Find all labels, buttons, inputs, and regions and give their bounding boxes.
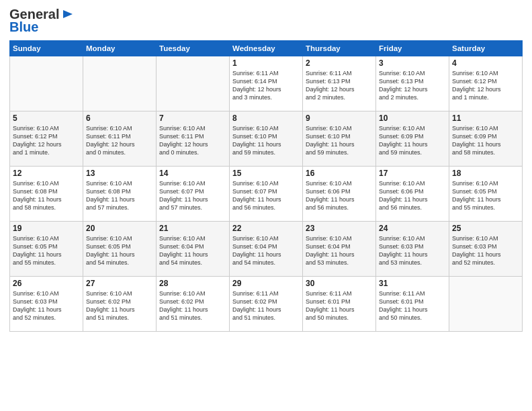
day-info: Sunrise: 6:10 AM Sunset: 6:09 PM Dayligh… — [379, 124, 446, 157]
weekday-header-wednesday: Wednesday — [230, 41, 303, 56]
week-row-3: 12Sunrise: 6:10 AM Sunset: 6:08 PM Dayli… — [10, 167, 523, 222]
day-info: Sunrise: 6:10 AM Sunset: 6:07 PM Dayligh… — [232, 179, 300, 212]
day-cell: 9Sunrise: 6:10 AM Sunset: 6:10 PM Daylig… — [303, 111, 376, 167]
day-info: Sunrise: 6:11 AM Sunset: 6:01 PM Dayligh… — [306, 289, 373, 322]
day-cell: 29Sunrise: 6:11 AM Sunset: 6:02 PM Dayli… — [230, 277, 303, 332]
day-cell: 14Sunrise: 6:10 AM Sunset: 6:07 PM Dayli… — [157, 167, 230, 222]
weekday-header-monday: Monday — [83, 41, 157, 56]
day-cell: 10Sunrise: 6:10 AM Sunset: 6:09 PM Dayli… — [376, 111, 449, 167]
day-info: Sunrise: 6:10 AM Sunset: 6:08 PM Dayligh… — [86, 179, 153, 212]
day-cell: 28Sunrise: 6:10 AM Sunset: 6:02 PM Dayli… — [157, 277, 230, 332]
day-number: 22 — [232, 224, 300, 233]
weekday-header-thursday: Thursday — [303, 41, 376, 56]
header: General Blue — [9, 7, 523, 35]
logo-blue-text: Blue — [9, 19, 38, 35]
week-row-4: 19Sunrise: 6:10 AM Sunset: 6:05 PM Dayli… — [10, 222, 523, 277]
logo-flag-icon — [60, 7, 75, 22]
day-number: 11 — [452, 113, 519, 123]
day-info: Sunrise: 6:10 AM Sunset: 6:05 PM Dayligh… — [86, 234, 153, 267]
day-number: 26 — [13, 279, 80, 288]
day-number: 30 — [306, 279, 373, 288]
day-cell: 17Sunrise: 6:10 AM Sunset: 6:06 PM Dayli… — [376, 167, 449, 222]
day-cell: 12Sunrise: 6:10 AM Sunset: 6:08 PM Dayli… — [10, 167, 83, 222]
day-number: 29 — [232, 279, 300, 288]
day-cell: 6Sunrise: 6:10 AM Sunset: 6:11 PM Daylig… — [83, 111, 157, 167]
day-number: 17 — [379, 169, 446, 178]
day-number: 3 — [379, 58, 446, 68]
day-info: Sunrise: 6:10 AM Sunset: 6:03 PM Dayligh… — [452, 234, 519, 267]
day-number: 21 — [159, 224, 226, 233]
day-number: 27 — [86, 279, 153, 288]
day-info: Sunrise: 6:10 AM Sunset: 6:02 PM Dayligh… — [86, 289, 153, 322]
day-cell: 16Sunrise: 6:10 AM Sunset: 6:06 PM Dayli… — [303, 167, 376, 222]
day-number: 7 — [159, 113, 226, 123]
logo: General Blue — [9, 7, 75, 35]
day-info: Sunrise: 6:10 AM Sunset: 6:03 PM Dayligh… — [13, 289, 80, 322]
day-info: Sunrise: 6:11 AM Sunset: 6:14 PM Dayligh… — [232, 69, 300, 102]
day-number: 18 — [452, 169, 519, 178]
day-cell: 5Sunrise: 6:10 AM Sunset: 6:12 PM Daylig… — [10, 111, 83, 167]
day-cell: 21Sunrise: 6:10 AM Sunset: 6:04 PM Dayli… — [157, 222, 230, 277]
day-info: Sunrise: 6:10 AM Sunset: 6:05 PM Dayligh… — [13, 234, 80, 267]
day-info: Sunrise: 6:10 AM Sunset: 6:04 PM Dayligh… — [159, 234, 226, 267]
day-cell: 1Sunrise: 6:11 AM Sunset: 6:14 PM Daylig… — [230, 56, 303, 111]
day-cell: 31Sunrise: 6:11 AM Sunset: 6:01 PM Dayli… — [376, 277, 449, 332]
weekday-header-sunday: Sunday — [10, 41, 83, 56]
day-number: 16 — [306, 169, 373, 178]
day-info: Sunrise: 6:11 AM Sunset: 6:01 PM Dayligh… — [379, 289, 446, 322]
day-number: 28 — [159, 279, 226, 288]
day-cell: 22Sunrise: 6:10 AM Sunset: 6:04 PM Dayli… — [230, 222, 303, 277]
day-number: 23 — [306, 224, 373, 233]
day-cell: 18Sunrise: 6:10 AM Sunset: 6:05 PM Dayli… — [449, 167, 523, 222]
day-cell: 19Sunrise: 6:10 AM Sunset: 6:05 PM Dayli… — [10, 222, 83, 277]
week-row-2: 5Sunrise: 6:10 AM Sunset: 6:12 PM Daylig… — [10, 111, 523, 167]
day-cell: 3Sunrise: 6:10 AM Sunset: 6:13 PM Daylig… — [376, 56, 449, 111]
day-cell — [83, 56, 157, 111]
day-number: 6 — [86, 113, 153, 123]
day-cell: 23Sunrise: 6:10 AM Sunset: 6:04 PM Dayli… — [303, 222, 376, 277]
day-cell — [10, 56, 83, 111]
day-info: Sunrise: 6:11 AM Sunset: 6:02 PM Dayligh… — [232, 289, 300, 322]
day-cell: 20Sunrise: 6:10 AM Sunset: 6:05 PM Dayli… — [83, 222, 157, 277]
day-cell: 2Sunrise: 6:11 AM Sunset: 6:13 PM Daylig… — [303, 56, 376, 111]
day-info: Sunrise: 6:10 AM Sunset: 6:06 PM Dayligh… — [306, 179, 373, 212]
calendar: SundayMondayTuesdayWednesdayThursdayFrid… — [9, 40, 523, 332]
day-number: 12 — [13, 169, 80, 178]
day-cell: 30Sunrise: 6:11 AM Sunset: 6:01 PM Dayli… — [303, 277, 376, 332]
day-info: Sunrise: 6:10 AM Sunset: 6:04 PM Dayligh… — [306, 234, 373, 267]
day-cell: 27Sunrise: 6:10 AM Sunset: 6:02 PM Dayli… — [83, 277, 157, 332]
day-info: Sunrise: 6:10 AM Sunset: 6:07 PM Dayligh… — [159, 179, 226, 212]
day-info: Sunrise: 6:10 AM Sunset: 6:08 PM Dayligh… — [13, 179, 80, 212]
day-cell: 15Sunrise: 6:10 AM Sunset: 6:07 PM Dayli… — [230, 167, 303, 222]
day-cell — [449, 277, 523, 332]
day-info: Sunrise: 6:10 AM Sunset: 6:13 PM Dayligh… — [379, 69, 446, 102]
day-number: 10 — [379, 113, 446, 123]
day-cell: 8Sunrise: 6:10 AM Sunset: 6:10 PM Daylig… — [230, 111, 303, 167]
day-cell: 4Sunrise: 6:10 AM Sunset: 6:12 PM Daylig… — [449, 56, 523, 111]
day-info: Sunrise: 6:11 AM Sunset: 6:13 PM Dayligh… — [306, 69, 373, 102]
day-info: Sunrise: 6:10 AM Sunset: 6:10 PM Dayligh… — [232, 124, 300, 157]
day-number: 13 — [86, 169, 153, 178]
day-number: 5 — [13, 113, 80, 123]
day-info: Sunrise: 6:10 AM Sunset: 6:12 PM Dayligh… — [452, 69, 519, 102]
day-number: 24 — [379, 224, 446, 233]
day-info: Sunrise: 6:10 AM Sunset: 6:11 PM Dayligh… — [86, 124, 153, 157]
day-number: 14 — [159, 169, 226, 178]
day-number: 19 — [13, 224, 80, 233]
day-cell: 26Sunrise: 6:10 AM Sunset: 6:03 PM Dayli… — [10, 277, 83, 332]
day-info: Sunrise: 6:10 AM Sunset: 6:12 PM Dayligh… — [13, 124, 80, 157]
weekday-header-tuesday: Tuesday — [157, 41, 230, 56]
day-number: 4 — [452, 58, 519, 68]
day-cell — [157, 56, 230, 111]
day-number: 25 — [452, 224, 519, 233]
day-info: Sunrise: 6:10 AM Sunset: 6:06 PM Dayligh… — [379, 179, 446, 212]
day-cell: 11Sunrise: 6:10 AM Sunset: 6:09 PM Dayli… — [449, 111, 523, 167]
day-number: 1 — [232, 58, 300, 68]
weekday-header-friday: Friday — [376, 41, 449, 56]
day-number: 9 — [306, 113, 373, 123]
svg-marker-0 — [63, 10, 73, 18]
day-cell: 7Sunrise: 6:10 AM Sunset: 6:11 PM Daylig… — [157, 111, 230, 167]
day-info: Sunrise: 6:10 AM Sunset: 6:04 PM Dayligh… — [232, 234, 300, 267]
day-info: Sunrise: 6:10 AM Sunset: 6:10 PM Dayligh… — [306, 124, 373, 157]
day-number: 15 — [232, 169, 300, 178]
